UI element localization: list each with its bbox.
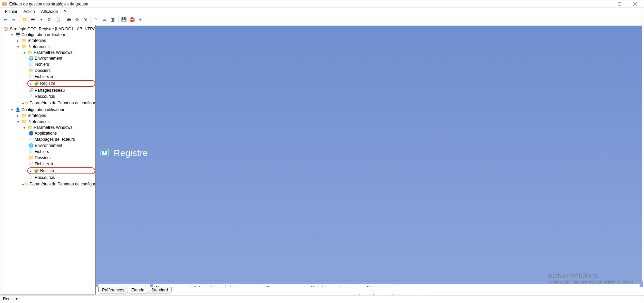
plus-icon: + <box>139 17 142 22</box>
tree-label: Paramètres Windows <box>34 50 73 55</box>
tree-folders[interactable]: 📁Dossiers <box>27 68 95 73</box>
expand-icon[interactable]: ▸ <box>22 182 24 186</box>
collapse-icon[interactable]: ▾ <box>16 45 20 49</box>
tree-preferences-user[interactable]: ▾ 📁 Préférences <box>15 119 95 124</box>
registry-header-icon <box>99 148 110 159</box>
tree-label: Raccourcis <box>35 175 55 180</box>
tree-files-user[interactable]: 📄Fichiers <box>27 149 95 154</box>
maximize-button[interactable] <box>612 0 627 8</box>
tree-shortcuts[interactable]: ↗Raccourcis <box>27 94 95 99</box>
tree-user-config[interactable]: ▾ 👤 Configuration utilisateur <box>9 107 95 112</box>
minimize-button[interactable] <box>596 0 612 8</box>
collapse-icon[interactable]: ▾ <box>10 108 14 112</box>
tree-files[interactable]: 📄Fichiers <box>27 62 95 67</box>
tree-environment[interactable]: 🌐Environnement <box>27 56 95 61</box>
tree-computer-config[interactable]: ▾ 🖥️ Configuration ordinateur <box>9 32 95 37</box>
arrow-right-icon: ➡ <box>12 17 16 22</box>
tree-label: Fichiers <box>35 149 49 154</box>
registry-icon: 🧩 <box>34 168 39 173</box>
tree-inifiles[interactable]: 📄Fichiers .ini <box>27 74 95 79</box>
tree-label: Fichiers .ini <box>35 162 55 166</box>
menu-action[interactable]: Action <box>21 9 37 15</box>
up-button[interactable]: 📁 <box>21 16 29 24</box>
separator <box>118 16 118 23</box>
copy-icon: ⧉ <box>48 17 51 22</box>
status-bar: Registre <box>0 295 644 303</box>
collapse-icon[interactable]: ▾ <box>22 51 26 55</box>
menu-file[interactable]: Fichier <box>2 9 20 15</box>
tree-netshares[interactable]: 🔗Partages réseau <box>27 88 95 93</box>
cut-button[interactable]: ✂ <box>37 16 45 24</box>
print-button[interactable]: 🖶 <box>65 16 73 24</box>
folder-icon: 📁 <box>28 155 34 161</box>
collapse-icon[interactable]: ▾ <box>16 120 20 124</box>
tab-extended[interactable]: Étendu <box>128 287 148 293</box>
collapse-icon[interactable]: ▾ <box>10 33 14 37</box>
tree-windows-params-user[interactable]: ▾ 📁 Paramètres Windows <box>21 125 95 130</box>
arrow-left-icon: ⬅ <box>4 17 7 22</box>
tree-label: Préférences <box>28 44 50 49</box>
svg-rect-7 <box>101 150 108 156</box>
tree-shortcuts-user[interactable]: ↗Raccourcis <box>27 175 95 180</box>
tree-root[interactable]: 📜 Stratégie GPO_Registre [LAB-DC1.LAB.IN… <box>3 26 95 32</box>
console-tree[interactable]: 📜 Stratégie GPO_Registre [LAB-DC1.LAB.IN… <box>1 25 96 294</box>
tree-label: Stratégies <box>28 113 46 118</box>
expand-icon[interactable]: ▸ <box>22 101 24 105</box>
tree-drivemaps[interactable]: 🗄Mappages de lecteurs <box>27 137 95 142</box>
details-listview[interactable]: Nom Ordre Action Ruche Clé Nom de valeur… <box>153 284 640 285</box>
tree-folders-user[interactable]: 📁Dossiers <box>27 155 95 161</box>
collapse-icon[interactable]: ▾ <box>22 126 26 130</box>
paste-icon: 📋 <box>55 17 60 22</box>
tree-label: Paramètres du Panneau de configuration <box>30 101 96 105</box>
expand-icon[interactable]: ▸ <box>16 39 20 43</box>
save-button[interactable]: 💾 <box>120 16 128 24</box>
tree-label: Préférences <box>28 119 50 124</box>
print-icon: 🖶 <box>67 17 71 22</box>
tree-environment-user[interactable]: 🌐Environnement <box>27 143 95 148</box>
back-button[interactable]: ⬅ <box>2 16 9 24</box>
options-button[interactable]: ▭ <box>101 16 108 24</box>
tree-strategies-user[interactable]: ▸ 📁 Stratégies <box>15 113 95 118</box>
view-button[interactable]: ▥ <box>109 16 116 24</box>
tree-label: Registre <box>40 168 55 173</box>
expand-icon[interactable]: ▸ <box>16 114 20 118</box>
folder-icon: 📁 <box>21 113 27 118</box>
tree-label: Stratégies <box>28 38 46 43</box>
details-title: Registre <box>114 148 148 158</box>
drive-icon: 🗄 <box>28 137 34 142</box>
close-button[interactable] <box>627 0 642 8</box>
tree-strategies[interactable]: ▸ 📁 Stratégies <box>15 38 95 43</box>
copy-button[interactable]: ⧉ <box>46 16 53 24</box>
window-title: Éditeur de gestion des stratégies de gro… <box>9 2 596 6</box>
menu-view[interactable]: Affichage <box>38 9 61 15</box>
tree-windows-params[interactable]: ▾ 📁 Paramètres Windows <box>21 50 95 55</box>
expand-icon[interactable]: ▸ <box>29 169 33 173</box>
export-button[interactable]: ⇲ <box>81 16 89 24</box>
tree-inifiles-user[interactable]: 📄Fichiers .ini <box>27 161 95 167</box>
add-button[interactable]: + <box>136 16 144 24</box>
help-button[interactable]: ? <box>93 16 100 24</box>
tree-cp-params-user[interactable]: ▸ ⚙ Paramètres du Panneau de configurati… <box>21 181 95 187</box>
tree-label: Dossiers <box>35 68 51 73</box>
forward-button[interactable]: ➡ <box>10 16 17 24</box>
window-icon: ▭ <box>102 17 107 22</box>
ini-icon: 📄 <box>28 161 34 167</box>
tree-preferences[interactable]: ▾ 📁 Préférences <box>15 44 95 49</box>
tree-apps[interactable]: 🔵Applications <box>27 131 95 136</box>
show-hide-button[interactable]: ☰ <box>29 16 37 24</box>
ini-icon: 📄 <box>28 74 34 79</box>
tree-label: Dossiers <box>35 155 51 160</box>
expand-icon[interactable]: ▸ <box>29 82 33 86</box>
tree-registry-highlighted[interactable]: ▸ 🧩 Registre <box>27 80 95 87</box>
env-icon: 🌐 <box>28 143 34 148</box>
refresh-button[interactable]: ⟳ <box>73 16 81 24</box>
tab-preferences[interactable]: Préférences <box>98 287 128 293</box>
menu-help[interactable]: ? <box>61 9 69 15</box>
env-icon: 🌐 <box>28 56 34 61</box>
stop-button[interactable]: ⛔ <box>128 16 136 24</box>
paste-button[interactable]: 📋 <box>54 16 61 24</box>
toolbar: ⬅ ➡ 📁 ☰ ✂ ⧉ 📋 🖶 ⟳ ⇲ ? ▭ ▥ 💾 ⛔ + <box>0 15 644 24</box>
tree-registry-user-highlighted[interactable]: ▸ 🧩 Registre <box>27 167 95 174</box>
tab-standard[interactable]: Standard <box>148 287 172 293</box>
tree-cp-params[interactable]: ▸ ⚙ Paramètres du Panneau de configurati… <box>21 100 95 106</box>
